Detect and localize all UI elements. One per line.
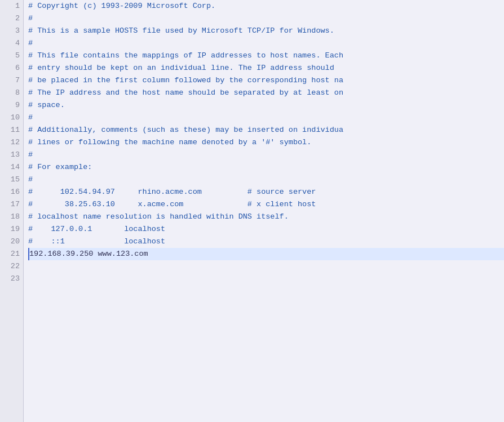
code-line: # [28,174,504,186]
code-line: # This file contains the mappings of IP … [28,50,504,62]
line-number: 3 [0,25,23,37]
line-number: 10 [0,112,23,124]
line-number: 5 [0,50,23,62]
line-number: 1 [0,0,23,12]
code-line: # The IP address and the host name shoul… [28,87,504,99]
code-line: # Additionally, comments (such as these)… [28,124,504,136]
line-number: 17 [0,198,23,211]
line-number: 11 [0,124,23,136]
code-line: # lines or following the machine name de… [28,136,504,149]
code-line: # ::1 localhost [28,236,504,248]
line-number: 2 [0,12,23,25]
code-line: # entry should be kept on an individual … [28,62,504,74]
editor-container: 1234567891011121314151617181920212223 # … [0,0,504,422]
line-number: 21 [0,248,23,260]
code-line: # 127.0.0.1 localhost [28,223,504,236]
line-number: 16 [0,186,23,198]
code-line: # [28,37,504,50]
code-line: 192.168.39.250 www.123.com [28,248,504,260]
code-area[interactable]: # Copyright (c) 1993-2009 Microsoft Corp… [24,0,504,422]
code-line: # localhost name resolution is handled w… [28,211,504,223]
line-number: 6 [0,62,23,74]
code-line: # [28,112,504,124]
line-number: 7 [0,74,23,87]
line-number: 4 [0,37,23,50]
line-number: 12 [0,136,23,149]
line-number: 22 [0,260,23,273]
line-number: 23 [0,273,23,285]
line-number: 14 [0,161,23,174]
code-line: # This is a sample HOSTS file used by Mi… [28,25,504,37]
line-number: 13 [0,149,23,161]
code-line: # [28,12,504,25]
code-line: # be placed in the first column followed… [28,74,504,87]
code-line: # Copyright (c) 1993-2009 Microsoft Corp… [28,0,504,12]
line-number: 15 [0,174,23,186]
line-number: 19 [0,223,23,236]
code-line: # For example: [28,161,504,174]
line-number: 18 [0,211,23,223]
code-line: # 38.25.63.10 x.acme.com # x client host [28,198,504,211]
line-number: 9 [0,99,23,112]
line-number: 20 [0,236,23,248]
code-line: # [28,149,504,161]
code-line: # space. [28,99,504,112]
line-numbers: 1234567891011121314151617181920212223 [0,0,24,422]
code-line: # 102.54.94.97 rhino.acme.com # source s… [28,186,504,198]
line-number: 8 [0,87,23,99]
